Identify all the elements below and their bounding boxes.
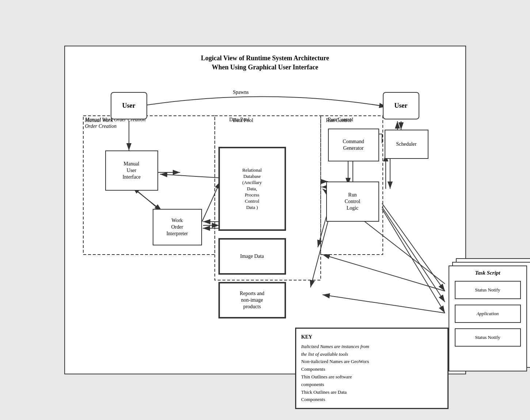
status-notify-1-box: Status Notify xyxy=(455,281,521,299)
title-line2: When Using Graphical User Interface xyxy=(72,63,458,72)
key-line1: Italicized Names are instances from the … xyxy=(301,343,442,358)
svg-line-7 xyxy=(136,191,162,211)
relational-db-box: Relational Database (Ancillary Data, Pro… xyxy=(218,147,286,231)
manual-work-text: Manual WorkOrder Creation xyxy=(85,118,117,129)
run-control-logic-box: Run Control Logic xyxy=(326,182,379,222)
svg-line-9 xyxy=(202,182,220,222)
key-line5: Thin Outlines are softwarecomponents xyxy=(301,373,442,389)
svg-line-10 xyxy=(160,174,220,178)
user-right-box: User xyxy=(383,92,419,119)
spawns-label: Spawns xyxy=(233,89,249,95)
key-box: KEY Italicized Names are instances from … xyxy=(295,328,449,409)
svg-line-28 xyxy=(382,203,445,291)
svg-line-30 xyxy=(382,209,445,313)
work-order-interp-box: Work Order Interpreter xyxy=(153,209,202,245)
reports-box: Reports and non-image products xyxy=(218,282,286,318)
key-line7: Thick Outlines are DataComponents xyxy=(301,389,442,404)
run-control-text: Run Control xyxy=(326,118,352,123)
diagram-area: Manual Work Order Creation Data Pool Run… xyxy=(72,79,458,379)
image-data-box: Image Data xyxy=(218,238,286,275)
diagram-title: Logical View of Runtime System Architect… xyxy=(72,54,458,72)
application-box: Application xyxy=(455,305,521,323)
title-line1: Logical View of Runtime System Architect… xyxy=(72,54,458,63)
status-notify-2-box: Status Notify xyxy=(455,328,521,347)
task-script-label: Task Script xyxy=(475,270,500,276)
task-card-main: Task Script Status Notify Application St… xyxy=(449,266,527,371)
svg-line-24 xyxy=(310,214,330,287)
key-line3: Non-italicized Names are GeoWorxComponen… xyxy=(301,358,442,373)
svg-line-29 xyxy=(382,207,445,302)
user-left-box: User xyxy=(111,92,147,119)
svg-line-25 xyxy=(323,255,445,291)
page: Logical View of Runtime System Architect… xyxy=(64,46,466,374)
command-gen-box: Command Generator xyxy=(328,129,379,161)
data-pool-text: Data Pool xyxy=(233,118,253,123)
manual-ui-box: Manual User Interface xyxy=(105,150,158,191)
svg-line-26 xyxy=(323,295,445,313)
key-title: KEY xyxy=(301,333,442,341)
scheduler-box: Scheduler xyxy=(385,130,428,159)
